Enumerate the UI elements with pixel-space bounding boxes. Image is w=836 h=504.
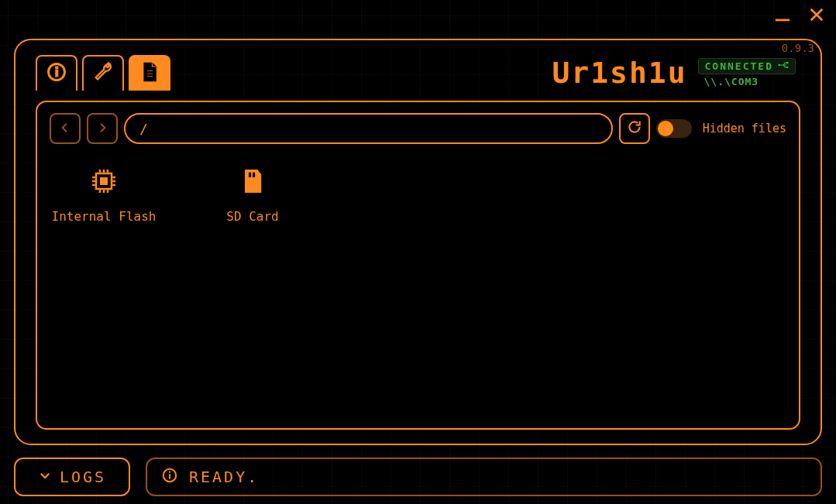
close-button[interactable] — [807, 6, 827, 23]
svg-point-7 — [778, 64, 780, 67]
svg-rect-15 — [169, 471, 170, 472]
svg-rect-6 — [147, 76, 153, 77]
drive-internal-flash[interactable]: Internal Flash — [50, 166, 158, 224]
usb-icon — [778, 60, 789, 72]
logs-label: LOGS — [60, 468, 106, 486]
svg-rect-12 — [253, 173, 255, 177]
svg-rect-10 — [100, 177, 108, 185]
tab-info[interactable] — [36, 55, 77, 91]
sd-card-icon — [237, 166, 268, 200]
svg-rect-3 — [56, 67, 58, 69]
nav-forward-button[interactable] — [87, 113, 118, 144]
svg-rect-0 — [776, 19, 790, 22]
svg-rect-5 — [147, 73, 153, 74]
refresh-icon — [627, 119, 642, 139]
path-input[interactable] — [124, 113, 613, 144]
chevron-down-icon — [38, 468, 52, 486]
tab-files[interactable] — [129, 55, 170, 91]
svg-rect-11 — [249, 173, 251, 177]
connection-status-label: CONNECTED — [705, 60, 773, 72]
drive-label: Internal Flash — [52, 209, 157, 224]
drive-label: SD Card — [226, 209, 278, 224]
svg-point-8 — [786, 67, 788, 68]
connection-status: CONNECTED — [698, 58, 796, 74]
chevron-left-icon — [59, 120, 71, 138]
hidden-files-label: Hidden files — [703, 122, 786, 135]
connection-port: \\.\COM3 — [698, 76, 796, 87]
tab-tools[interactable] — [82, 55, 124, 91]
status-bar: READY. — [146, 458, 822, 496]
svg-rect-4 — [147, 70, 153, 72]
version-label: 0.9.3 — [782, 42, 814, 54]
cpu-icon — [88, 166, 119, 200]
main-panel: Ur1sh1u CONNECTED \\.\COM3 — [14, 39, 822, 445]
logs-button[interactable]: LOGS — [14, 458, 130, 496]
chevron-right-icon — [96, 120, 108, 138]
nav-back-button[interactable] — [50, 113, 81, 144]
app-logo: Ur1sh1u — [552, 56, 686, 90]
svg-rect-2 — [56, 70, 58, 77]
refresh-button[interactable] — [619, 113, 650, 144]
file-icon — [139, 61, 160, 86]
file-browser-panel: Hidden files Internal Flash SD Card — [36, 101, 800, 430]
wrench-icon — [92, 61, 114, 86]
status-text: READY. — [189, 468, 259, 486]
svg-rect-14 — [169, 474, 170, 478]
minimize-button[interactable] — [772, 6, 793, 23]
drive-sd-card[interactable]: SD Card — [198, 166, 307, 224]
info-icon — [161, 467, 178, 488]
info-icon — [46, 61, 67, 86]
hidden-files-toggle[interactable] — [656, 119, 692, 138]
